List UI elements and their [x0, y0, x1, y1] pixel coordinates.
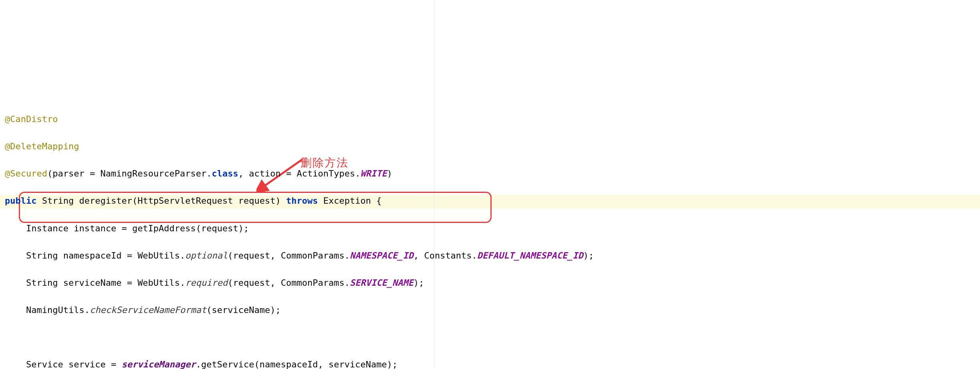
- code-line: public String deregister(HttpServletRequ…: [5, 194, 975, 208]
- code-line: Service service = serviceManager.getServ…: [5, 358, 975, 369]
- code-line: NamingUtils.checkServiceNameFormat(servi…: [5, 303, 975, 317]
- method-deregister: deregister: [79, 196, 132, 206]
- code-line: @DeleteMapping: [5, 140, 975, 153]
- code-line: @Secured(parser = NamingResourceParser.c…: [5, 167, 975, 180]
- code-line: String namespaceId = WebUtils.optional(r…: [5, 249, 975, 263]
- annotation-candistro: @CanDistro: [5, 114, 58, 124]
- annotation-deletemapping: @DeleteMapping: [5, 141, 79, 151]
- code-editor-area[interactable]: @CanDistro @DeleteMapping @Secured(parse…: [5, 99, 975, 369]
- code-line: @CanDistro: [5, 112, 975, 126]
- code-line: String serviceName = WebUtils.required(r…: [5, 276, 975, 290]
- field-servicemanager: serviceManager: [121, 359, 196, 369]
- code-line: Instance instance = getIpAddress(request…: [5, 222, 975, 235]
- const-write: WRITE: [361, 168, 387, 178]
- annotation-secured: @Secured: [5, 168, 47, 178]
- code-line: [5, 331, 975, 344]
